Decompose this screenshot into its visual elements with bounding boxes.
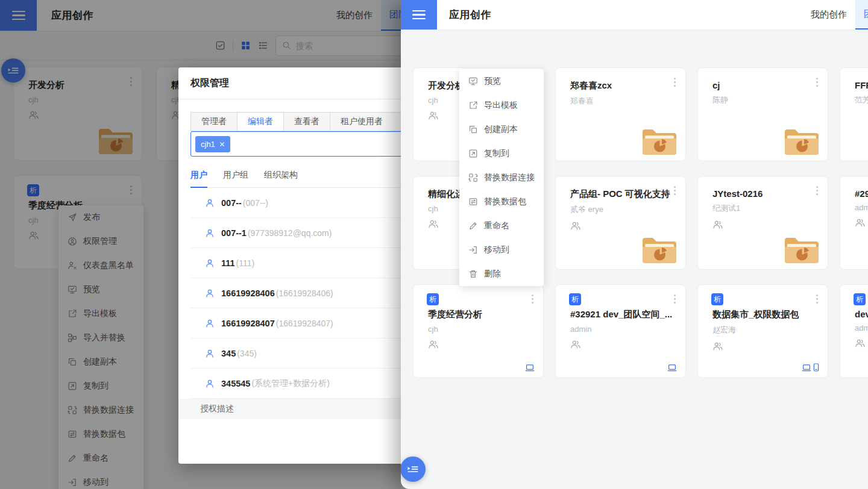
menu-item-rename[interactable]: 重命名: [459, 214, 544, 238]
card-title: #32921 dev_团队空间_...: [570, 309, 678, 320]
user-list-item[interactable]: 345(345): [190, 338, 420, 369]
tab-team-space[interactable]: 团队: [855, 0, 868, 30]
dashboard-card[interactable]: 析 数据集市_权限数据包 赵宏海: [697, 284, 828, 378]
user-list-item[interactable]: 345545(系统管理+数据分析): [190, 369, 420, 399]
shared-users-icon: [428, 111, 439, 120]
user-list-item[interactable]: 16619928406(16619928406): [190, 278, 420, 308]
card-title: JYtest-0216: [712, 188, 820, 199]
menu-item-copy-to[interactable]: 复制到: [459, 142, 544, 166]
foreground-app: 应用创作 我的创作 团队 开发分析 cjh 郑春喜zcx 郑春喜 cj 陈静: [401, 0, 868, 489]
move-to-icon: [468, 245, 478, 255]
dialog-title: 权限管理: [178, 67, 420, 99]
card-owner: 郑春喜: [570, 96, 678, 107]
selected-member-tag: cjh1: [195, 136, 230, 152]
app-card[interactable]: 产品组- POC 可视化支持 贰爷 erye: [555, 176, 686, 270]
menu-item-move-to[interactable]: 移动到: [459, 238, 544, 262]
card-title: #29: [855, 188, 868, 199]
user-list-item[interactable]: 007--1(977398912@qq.com): [190, 218, 420, 248]
user-icon: [205, 288, 215, 298]
analysis-badge: 析: [427, 293, 439, 305]
card-owner: 陈静: [712, 95, 820, 105]
screen: 应用创作 我的创作 团队 开发分析 cjh 精细化运: [0, 0, 868, 489]
copy-to-icon: [468, 149, 478, 158]
tab-my-creations[interactable]: 我的创作: [802, 0, 855, 30]
duplicate-icon: [468, 125, 478, 134]
shared-users-icon: [855, 338, 866, 348]
shared-users-icon: [570, 221, 581, 231]
card-title: cj: [712, 80, 820, 90]
shared-users-icon: [428, 219, 439, 229]
folder-card[interactable]: 郑春喜zcx 郑春喜: [555, 67, 686, 161]
quick-panel-button[interactable]: [401, 456, 426, 482]
card-more-icon[interactable]: [814, 75, 820, 89]
menu-item-preview[interactable]: 预览: [459, 69, 544, 93]
dashboard-card[interactable]: 析 季度经营分析 cjh: [413, 284, 544, 378]
role-tab-admin[interactable]: 管理者: [190, 112, 237, 131]
app-card[interactable]: #29 admin: [840, 176, 868, 270]
menu-item-swap-package[interactable]: 替换数据包: [459, 190, 544, 214]
card-title: 产品组- POC 可视化支持: [570, 188, 678, 200]
role-tab-viewer[interactable]: 查看者: [283, 112, 330, 131]
folder-icon: [784, 236, 819, 264]
scope-tabs: 用户 用户组 组织架构: [190, 170, 420, 188]
card-more-icon[interactable]: [671, 184, 678, 198]
hamburger-menu-button[interactable]: [401, 0, 437, 30]
shared-users-icon: [712, 220, 723, 229]
user-list-item[interactable]: 111(111): [190, 248, 420, 278]
shared-users-icon: [570, 340, 581, 349]
scope-tab-org[interactable]: 组织架构: [264, 170, 298, 187]
scope-tab-users[interactable]: 用户: [190, 170, 207, 188]
role-tabs: 管理者 编辑者 查看者 租户使用者: [190, 112, 420, 131]
swap-connection-icon: [468, 173, 478, 182]
menu-item-export-template[interactable]: 导出模板: [459, 93, 544, 117]
card-more-icon[interactable]: [529, 292, 536, 306]
card-owner: 赵宏海: [712, 325, 820, 335]
card-more-icon[interactable]: [671, 75, 678, 89]
card-owner: cjh: [428, 325, 536, 334]
user-icon: [205, 319, 215, 328]
role-tab-editor[interactable]: 编辑者: [237, 112, 284, 131]
card-more-icon[interactable]: [671, 292, 678, 306]
app-card[interactable]: JYtest-0216 纪测试1: [697, 176, 828, 270]
authorization-description[interactable]: 授权描述: [178, 399, 420, 419]
remove-tag-icon[interactable]: [219, 142, 225, 147]
user-list-item[interactable]: 16619928407(16619928407): [190, 308, 420, 338]
member-select-input[interactable]: cjh1: [190, 131, 420, 157]
card-owner: admin: [855, 323, 868, 332]
user-icon: [205, 258, 215, 268]
right-topbar: 应用创作 我的创作 团队: [401, 0, 868, 30]
card-owner: admin: [855, 203, 868, 212]
card-title: 季度经营分析: [428, 309, 536, 320]
folder-icon: [784, 128, 819, 155]
scope-tab-user-groups[interactable]: 用户组: [223, 170, 248, 187]
card-more-icon[interactable]: [814, 184, 820, 198]
menu-item-delete[interactable]: 删除: [459, 262, 544, 286]
folder-icon: [642, 236, 677, 264]
pc-view-icon: [667, 364, 677, 372]
card-context-menu: 预览 导出模板 创建副本 复制到 替换数据连接 替换数据包 重命名 移动到 删除: [459, 69, 544, 286]
folder-card[interactable]: FFF 范芳: [840, 67, 868, 161]
analysis-badge: 析: [711, 293, 723, 305]
menu-item-swap-connection[interactable]: 替换数据连接: [459, 166, 544, 190]
user-list-item[interactable]: 007--(007--): [190, 188, 420, 218]
user-icon: [205, 198, 215, 208]
card-owner: 纪测试1: [712, 203, 820, 214]
pc-view-icon: [802, 364, 811, 372]
swap-package-icon: [468, 197, 478, 207]
menu-item-duplicate[interactable]: 创建副本: [459, 117, 544, 142]
user-icon: [205, 349, 215, 358]
user-icon: [205, 379, 215, 388]
analysis-badge: 析: [569, 293, 581, 305]
card-title: 郑春喜zcx: [570, 80, 678, 92]
delete-icon: [468, 269, 478, 279]
export-icon: [468, 101, 478, 110]
mobile-view-icon: [813, 363, 819, 372]
page-title: 应用创作: [449, 8, 491, 22]
dashboard-card[interactable]: 析 #32921 dev_团队空间_... admin: [555, 284, 686, 378]
card-more-icon[interactable]: [814, 292, 820, 306]
shared-users-icon: [712, 341, 723, 351]
folder-card[interactable]: cj 陈静: [697, 67, 828, 161]
pc-view-icon: [525, 364, 535, 372]
user-icon: [205, 228, 215, 238]
dashboard-card[interactable]: 析 dev_ admin: [840, 284, 868, 378]
